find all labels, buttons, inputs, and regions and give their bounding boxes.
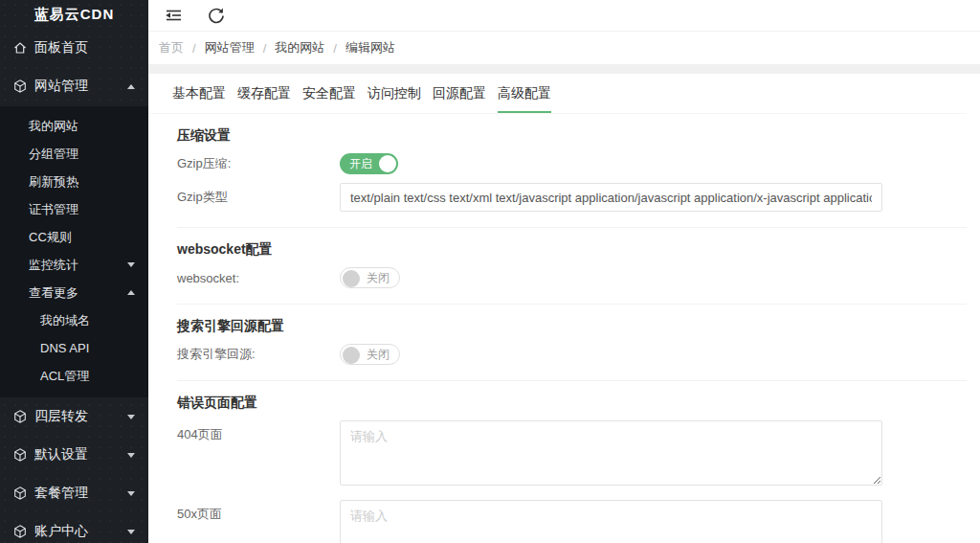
sidebar-item-account-center[interactable]: 账户中心 [0,512,148,543]
field-label: 搜索引擎回源: [177,346,340,363]
breadcrumb-my-sites[interactable]: 我的网站 [275,39,324,57]
tab-basic-config[interactable]: 基本配置 [172,74,226,113]
sidebar-item-dashboard[interactable]: 面板首页 [0,30,148,66]
chevron-down-icon [127,530,135,534]
section-divider [177,304,967,305]
toggle-knob [379,155,396,172]
form-row-404-page: 404页面 [177,420,967,486]
cube-icon [12,409,28,424]
field-label: websocket: [177,271,340,285]
field-label: Gzip压缩: [177,155,340,172]
section-divider [177,227,967,228]
sidebar-item-label: 默认设置 [34,446,88,464]
sidebar-item-label: 我的域名 [40,312,90,329]
gzip-toggle[interactable]: 开启 [340,153,398,174]
chevron-up-icon [127,84,135,89]
chevron-down-icon [127,491,135,496]
breadcrumb-separator: / [333,41,337,56]
breadcrumb-home[interactable]: 首页 [159,39,184,57]
chevron-down-icon [127,415,135,419]
tab-cache-config[interactable]: 缓存配置 [237,74,291,113]
sidebar-item-label: 查看更多 [29,284,78,302]
sidebar-item-label: 账户中心 [34,523,88,540]
section-title-error-pages: 错误页面配置 [177,395,967,412]
sidebar-item-label: ACL管理 [40,368,89,385]
home-icon [12,40,28,56]
app-logo: 蓝易云CDN [0,0,148,30]
breadcrumb-separator: / [192,41,196,56]
cube-icon [12,524,28,539]
toggle-on-label: 开启 [349,156,372,172]
cube-icon [12,79,28,94]
section-title-search-engine: 搜索引擎回源配置 [177,318,967,335]
breadcrumb-edit-site: 编辑网站 [345,39,395,57]
breadcrumb-separator: / [263,41,267,56]
gzip-types-input[interactable] [340,183,882,212]
topbar [148,0,980,32]
cube-icon [12,447,28,463]
search-engine-origin-toggle[interactable]: 关闭 [340,344,400,365]
sidebar-item-label: 我的网站 [29,118,78,135]
section-divider [177,380,967,381]
toggle-knob [343,270,360,287]
sidebar-item-label: CC规则 [29,229,72,246]
refresh-icon[interactable] [208,7,227,24]
breadcrumb: 首页 / 网站管理 / 我的网站 / 编辑网站 [148,32,980,64]
sidebar-item-refresh-preheat[interactable]: 刷新预热 [0,168,148,195]
collapse-sidebar-icon[interactable] [164,7,183,24]
sidebar-item-label: 网站管理 [34,78,88,95]
form-row-gzip-switch: Gzip压缩: 开启 [177,153,967,174]
sidebar-item-label: DNS API [40,341,89,355]
field-label: Gzip类型 [177,189,340,206]
sidebar-submenu: 我的网站 分组管理 刷新预热 证书管理 CC规则 监控统计 查看更多 我的域名 … [0,106,148,397]
sidebar: 蓝易云CDN 面板首页 网站管理 我的网站 分组管理 刷新预热 证书管理 CC规… [0,0,148,543]
toggle-off-label: 关闭 [367,347,390,363]
app-root: 蓝易云CDN 面板首页 网站管理 我的网站 分组管理 刷新预热 证书管理 CC规… [0,0,980,543]
sidebar-item-see-more[interactable]: 查看更多 [0,279,148,306]
toggle-knob [343,347,360,364]
sidebar-item-dns-api[interactable]: DNS API [0,334,148,362]
sidebar-item-monitor-stats[interactable]: 监控统计 [0,251,148,279]
sidebar-item-cc-rules[interactable]: CC规则 [0,223,148,251]
sidebar-item-site-management[interactable]: 网站管理 [0,66,148,106]
content-gap-strip [148,64,980,74]
chevron-down-icon [127,453,135,458]
sidebar-item-my-sites[interactable]: 我的网站 [0,112,148,140]
form-row-50x-page: 50x页面 [177,500,967,543]
sidebar-item-label: 证书管理 [29,201,78,218]
tab-access-control[interactable]: 访问控制 [368,74,421,113]
toggle-off-label: 关闭 [367,270,390,286]
sidebar-item-plan-management[interactable]: 套餐管理 [0,474,148,512]
config-tabs: 基本配置 缓存配置 安全配置 访问控制 回源配置 高级配置 [148,74,967,114]
cube-icon [12,486,28,501]
breadcrumb-site-management[interactable]: 网站管理 [205,39,255,57]
content-card: 基本配置 缓存配置 安全配置 访问控制 回源配置 高级配置 压缩设置 Gzip压… [148,74,980,543]
websocket-toggle[interactable]: 关闭 [340,267,400,288]
field-label: 50x页面 [177,500,340,523]
sidebar-item-label: 四层转发 [34,408,88,425]
chevron-down-icon [127,262,135,267]
sidebar-item-layer4-forwarding[interactable]: 四层转发 [0,397,148,436]
field-label: 404页面 [177,420,340,443]
page-404-textarea[interactable] [340,420,882,486]
advanced-config-form: 压缩设置 Gzip压缩: 开启 Gzip类型 websocket配置 webso [148,127,967,543]
form-row-search-engine-switch: 搜索引擎回源: 关闭 [177,344,967,365]
section-title-websocket: websocket配置 [177,241,967,259]
sidebar-item-label: 分组管理 [29,146,78,163]
main-area: 首页 / 网站管理 / 我的网站 / 编辑网站 基本配置 缓存配置 安全配置 访… [148,0,980,543]
chevron-up-icon [127,290,135,295]
sidebar-item-acl-management[interactable]: ACL管理 [0,362,148,390]
sidebar-item-cert-management[interactable]: 证书管理 [0,195,148,223]
tab-security-config[interactable]: 安全配置 [302,74,356,113]
sidebar-item-label: 刷新预热 [29,173,78,191]
section-title-compression: 压缩设置 [177,127,967,145]
sidebar-item-label: 套餐管理 [34,485,88,502]
page-50x-textarea[interactable] [340,500,882,543]
tab-advanced-config[interactable]: 高级配置 [498,74,551,113]
form-row-gzip-types: Gzip类型 [177,183,967,212]
tab-origin-config[interactable]: 回源配置 [433,74,486,113]
sidebar-item-my-domains[interactable]: 我的域名 [0,306,148,334]
sidebar-item-default-settings[interactable]: 默认设置 [0,436,148,474]
sidebar-item-label: 面板首页 [34,39,88,57]
sidebar-item-group-management[interactable]: 分组管理 [0,140,148,168]
